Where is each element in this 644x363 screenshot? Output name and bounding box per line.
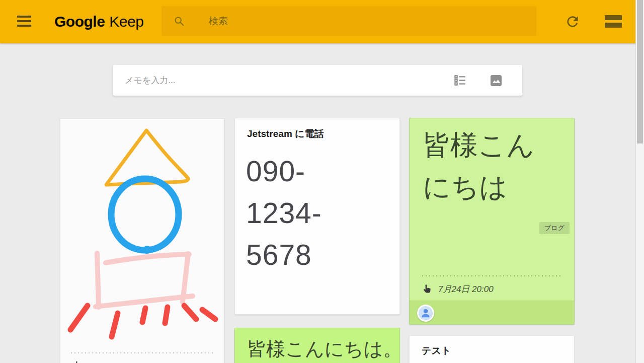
list-view-toggle-icon[interactable] xyxy=(605,15,622,28)
collaborator-avatar[interactable] xyxy=(417,305,434,322)
label-chip[interactable]: ブログ xyxy=(539,222,570,234)
reminder-icon xyxy=(422,284,432,294)
note-divider xyxy=(71,352,215,353)
hamburger-menu-icon[interactable] xyxy=(17,16,32,28)
note-title: テスト xyxy=(422,344,451,357)
checklist-icon[interactable] xyxy=(453,74,467,87)
refresh-icon xyxy=(565,14,581,30)
logo-keep-text: Keep xyxy=(109,13,143,30)
compose-note-bar[interactable] xyxy=(113,65,522,96)
person-icon xyxy=(419,306,433,320)
note-card-drawing[interactable] xyxy=(60,118,224,363)
note-title: Jetstream に電話 xyxy=(247,127,324,140)
reminder-row[interactable]: 7月24日 20:00 xyxy=(422,283,494,295)
reminder-text: 7月24日 20:00 xyxy=(438,283,494,295)
drawing-blue-circle xyxy=(111,179,179,250)
refresh-button[interactable] xyxy=(565,14,581,30)
app-header: GoogleKeep xyxy=(0,0,636,43)
note-body: 皆様こん にちは xyxy=(423,124,535,208)
note-card-test[interactable]: テスト xyxy=(409,335,575,363)
note-card-greeting[interactable]: 皆様こん にちは ブログ 7月24日 20:00 xyxy=(409,118,575,325)
search-icon xyxy=(174,16,185,27)
drawing-red-dashes xyxy=(70,306,215,337)
note-card-greeting-long[interactable]: 皆様こんにちは。今 xyxy=(234,328,400,363)
note-body-phone-number: 090- 1234- 5678 xyxy=(246,151,322,276)
drawing-pink-square xyxy=(96,253,193,307)
app-logo: GoogleKeep xyxy=(54,13,143,30)
note-card-phone[interactable]: Jetstream に電話 090- 1234- 5678 xyxy=(234,118,400,315)
logo-google-text: Google xyxy=(54,13,105,30)
search-input[interactable] xyxy=(209,6,521,36)
drawing-canvas xyxy=(60,119,224,350)
note-footer xyxy=(410,301,575,325)
note-body: 皆様こんにちは。今 xyxy=(247,336,400,362)
scrollbar-track[interactable] xyxy=(635,0,644,363)
image-icon[interactable] xyxy=(489,74,503,88)
scrollbar-thumb[interactable] xyxy=(637,0,643,143)
reminder-icon xyxy=(73,360,82,363)
note-divider xyxy=(422,275,562,276)
compose-note-input[interactable] xyxy=(125,65,437,96)
search-bar[interactable] xyxy=(162,6,536,36)
